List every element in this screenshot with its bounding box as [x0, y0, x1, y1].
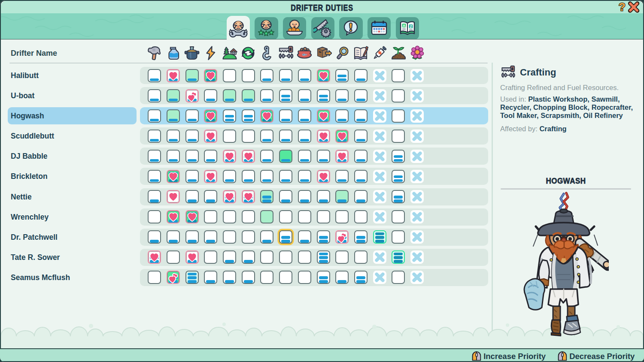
- svg-text:Z: Z: [410, 24, 412, 29]
- svg-text:?: ?: [619, 1, 626, 13]
- svg-text:A: A: [403, 24, 406, 28]
